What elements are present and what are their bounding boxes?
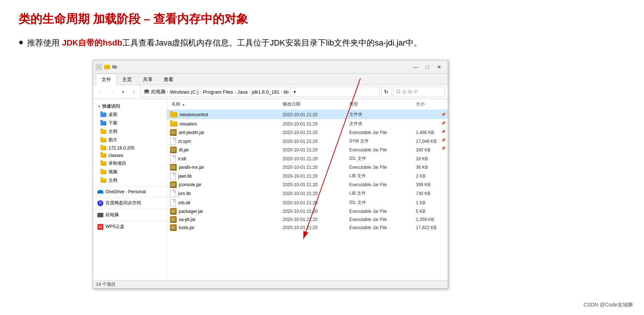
file-row[interactable]: orb.idl2020-10-01 21:20IDL 文件1 KB <box>167 198 448 207</box>
sidebar-item-baidu[interactable]: 百 百度网盘同步空间 <box>93 199 167 207</box>
file-name: ant-javafx.jar <box>179 130 204 135</box>
sidebar-item-label-wps: WPS云盘 <box>106 224 124 230</box>
sidebar-item-label-downloads: 下载 <box>109 120 117 126</box>
col-header-modified[interactable]: 修改日期 <box>281 100 348 108</box>
folder-icon <box>170 121 177 127</box>
folder-icon-pictures <box>100 138 106 143</box>
dropdown-button[interactable]: ▼ <box>118 87 128 97</box>
file-row[interactable]: ir.idl2020-10-01 21:20IDL 文件18 KB <box>167 154 448 163</box>
file-name: sa-jdi.jar <box>179 217 196 222</box>
sidebar-item-thispc[interactable]: 此电脑 <box>93 211 167 219</box>
file-row[interactable]: visualvm2020-10-01 21:20文件夹 <box>167 119 448 128</box>
file-modified: 2020-10-01 21:20 <box>281 111 348 118</box>
file-size: 399 KB <box>414 181 448 188</box>
ribbon-tab-view[interactable]: 查看 <box>158 74 179 85</box>
file-type: Executable Jar File <box>348 208 414 215</box>
up-button[interactable]: ↑ <box>129 87 139 97</box>
file-type: Executable Jar File <box>348 216 414 223</box>
sidebar-item-video[interactable]: 视频 <box>93 168 167 176</box>
watermark: CSDN @Code攻城狮 <box>584 302 633 308</box>
file-name-cell: jawt.lib <box>170 172 281 180</box>
file-name: ir.idl <box>178 156 186 161</box>
nav-bar: ← → ▼ ↑ 此电脑 › Windows (C:) › Program Fil… <box>93 85 448 99</box>
crumb-windows[interactable]: Windows (C:) <box>170 89 199 95</box>
col-header-type[interactable]: 类型 <box>348 100 414 108</box>
svg-point-3 <box>397 90 400 93</box>
sidebar-item-label-documents: 文档 <box>109 128 117 135</box>
crumb-computer[interactable]: 此电脑 <box>151 88 166 95</box>
sidebar-item-pictures[interactable]: 图片 📌 <box>93 136 167 144</box>
file-name: visualvm <box>180 121 197 127</box>
jar-icon <box>170 129 177 136</box>
file-row[interactable]: javafx-mx.jar2020-10-01 21:20Executable … <box>167 163 448 171</box>
file-name-cell: jconsole.jar <box>170 181 281 188</box>
window-titlebar: lib — □ ✕ <box>93 60 448 74</box>
titlebar-left: lib <box>96 64 117 70</box>
file-row[interactable]: ct.sym2020-10-01 21:20SYM 文件17,049 KB <box>167 137 448 146</box>
sidebar-divider-1 <box>93 186 167 187</box>
back-button[interactable]: ← <box>96 87 106 97</box>
file-modified: 2020-10-01 21:20 <box>281 181 348 188</box>
sort-arrow-name: ▲ <box>182 103 185 106</box>
search-placeholder: 在 lib 中 <box>402 89 418 95</box>
sidebar-item-recording[interactable]: 录制项目 <box>93 159 167 168</box>
col-header-size[interactable]: 大小 <box>414 100 448 108</box>
file-type: 文件夹 <box>348 120 414 128</box>
sidebar-item-documents[interactable]: 文档 📌 <box>93 127 167 136</box>
crumb-programfiles[interactable]: Program Files <box>203 89 233 95</box>
sidebar-item-onedrive[interactable]: OneDrive - Personal <box>93 188 167 195</box>
address-dropdown-button[interactable]: ▼ <box>290 87 299 97</box>
maximize-button[interactable]: □ <box>422 62 433 72</box>
file-row[interactable]: missioncontrol2020-10-01 21:20文件夹 <box>167 110 448 119</box>
folder-icon-docs2 <box>100 178 106 183</box>
sidebar-section-onedrive: OneDrive - Personal <box>93 188 167 195</box>
ribbon-tab-file[interactable]: 文件 <box>96 74 117 85</box>
sidebar: ▼ 快速访问 桌面 📌 下载 📌 文档 <box>93 99 167 280</box>
sidebar-item-classes[interactable]: classes <box>93 152 167 159</box>
sidebar-item-label-video: 视频 <box>109 169 117 175</box>
close-button[interactable]: ✕ <box>434 62 445 72</box>
folder-icon-desktop <box>100 113 106 117</box>
file-name-cell: packager.jar <box>170 208 281 215</box>
file-size: 5 KB <box>414 208 448 215</box>
sidebar-item-label-docs2: 文档 <box>109 177 117 184</box>
crumb-lib[interactable]: lib <box>284 89 288 95</box>
crumb-java[interactable]: Java <box>237 89 247 95</box>
minimize-button[interactable]: — <box>410 62 421 72</box>
file-row[interactable]: tools.jar2020-10-01 21:20Executable Jar … <box>167 224 448 232</box>
computer-icon <box>144 90 150 94</box>
wps-icon: W <box>97 224 103 230</box>
sidebar-item-wps[interactable]: W WPS云盘 <box>93 222 167 231</box>
forward-button[interactable]: → <box>107 87 117 97</box>
file-modified: 2020-10-01 21:20 <box>281 173 348 180</box>
sidebar-item-downloads[interactable]: 下载 📌 <box>93 119 167 127</box>
sidebar-item-ip[interactable]: 172.16.0.205 📌 <box>93 144 167 152</box>
sidebar-item-desktop[interactable]: 桌面 📌 <box>93 110 167 119</box>
file-icon <box>170 155 176 162</box>
file-row[interactable]: packager.jar2020-10-01 21:20Executable J… <box>167 207 448 215</box>
file-row[interactable]: sa-jdi.jar2020-10-01 21:20Executable Jar… <box>167 215 448 224</box>
file-icon <box>170 172 176 180</box>
file-type: LIB 文件 <box>348 172 414 180</box>
search-icon <box>396 90 401 94</box>
file-size: 730 KB <box>414 190 448 197</box>
file-name: jconsole.jar <box>179 182 201 187</box>
file-modified: 2020-10-01 21:20 <box>281 147 348 153</box>
sidebar-divider-4 <box>93 221 167 221</box>
file-row[interactable]: jconsole.jar2020-10-01 21:20Executable J… <box>167 181 448 189</box>
sidebar-item-docs2[interactable]: 文档 <box>93 176 167 185</box>
file-row[interactable]: ant-javafx.jar2020-10-01 21:20Executable… <box>167 128 448 137</box>
file-type: Executable Jar File <box>348 181 414 188</box>
crumb-jdk[interactable]: jdk1.8.0_181 <box>252 89 279 95</box>
ribbon-tab-share[interactable]: 共享 <box>137 74 158 85</box>
search-bar[interactable]: 在 lib 中 <box>393 87 445 97</box>
address-bar[interactable]: 此电脑 › Windows (C:) › Program Files › Jav… <box>140 87 380 97</box>
col-header-name[interactable]: 名称 ▲ <box>170 100 281 108</box>
file-row[interactable]: dt.jar2020-10-01 21:20Executable Jar Fil… <box>167 146 448 154</box>
ribbon-tab-home[interactable]: 主页 <box>117 74 137 85</box>
file-row[interactable]: jvm.lib2020-10-01 21:20LIB 文件730 KB <box>167 189 448 198</box>
file-type: IDL 文件 <box>348 199 414 207</box>
refresh-button[interactable]: ↻ <box>381 87 391 97</box>
file-modified: 2020-10-01 21:20 <box>281 155 348 162</box>
file-row[interactable]: jawt.lib2020-10-01 21:20LIB 文件2 KB <box>167 171 448 181</box>
